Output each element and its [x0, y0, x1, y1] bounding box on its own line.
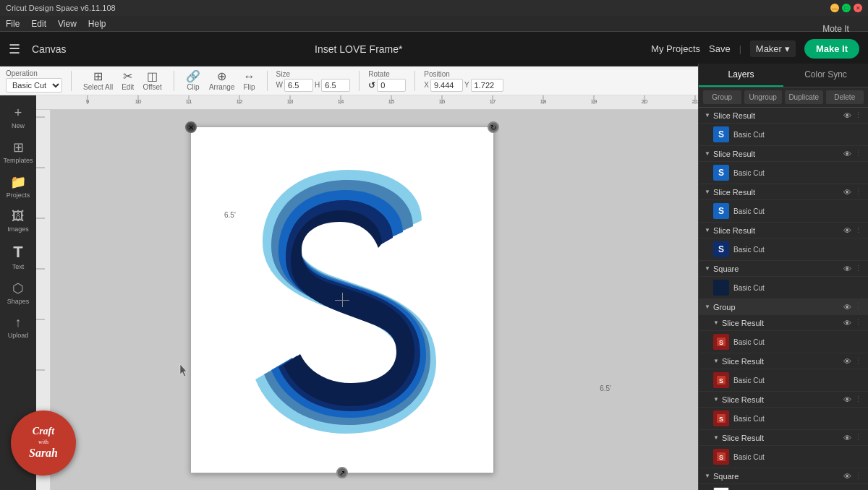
flip-button[interactable]: ↔ Flip	[240, 69, 258, 93]
ungroup-button[interactable]: Ungroup	[744, 90, 783, 104]
kebab-icon-group[interactable]: ⋮	[854, 302, 862, 311]
layer-group-slice-result-1[interactable]: ▼ Slice Result 👁 ⋮	[699, 108, 868, 124]
position-y-input[interactable]	[471, 79, 503, 92]
tab-layers[interactable]: Layers	[699, 64, 783, 87]
collapse-arrow-3: ▼	[705, 189, 710, 195]
offset-button[interactable]: ◫ Offset	[140, 68, 165, 93]
position-x-input[interactable]	[430, 79, 463, 92]
svg-text:16: 16	[439, 98, 446, 105]
visibility-icon-group[interactable]: 👁	[843, 303, 851, 311]
svg-text:13: 13	[287, 98, 294, 105]
svg-text:S: S	[719, 339, 723, 346]
minimize-button[interactable]: —	[830, 4, 839, 12]
maker-button[interactable]: Maker ▾	[750, 40, 796, 57]
handle-top-left[interactable]: ✕	[185, 121, 197, 133]
sidebar-item-images[interactable]: 🖼 Images	[0, 205, 36, 237]
kebab-icon-4[interactable]: ⋮	[854, 225, 862, 235]
app-header: ☰ Canvas Inset LOVE Frame* My Projects S…	[0, 32, 868, 66]
sidebar-item-projects[interactable]: 📁 Projects	[0, 170, 36, 203]
kebab-icon-sq-bottom[interactable]: ⋮	[854, 471, 862, 481]
menu-bar: File Edit View Help	[0, 16, 868, 32]
layer-subgroup-slice-4[interactable]: ▼ Slice Result 👁 ⋮	[699, 430, 868, 446]
visibility-icon-sub4[interactable]: 👁	[843, 434, 851, 442]
layer-subgroup-slice-3[interactable]: ▼ Slice Result 👁 ⋮	[699, 392, 868, 408]
sidebar-item-shapes[interactable]: ⬡ Shapes	[0, 276, 36, 309]
layer-group-slice-result-2[interactable]: ▼ Slice Result 👁 ⋮	[699, 146, 868, 162]
tab-color-sync[interactable]: Color Sync	[783, 64, 868, 87]
ruler-top: 9 10 11 12 13 14 15 16 17 18 19 20 21	[36, 95, 698, 110]
visibility-icon-sq-bottom[interactable]: 👁	[843, 472, 851, 481]
layer-item-sq[interactable]: Basic Cut	[699, 277, 868, 299]
visibility-icon-sub3[interactable]: 👁	[843, 395, 851, 404]
layer-item-sq-bottom[interactable]: Blank Canvas	[699, 484, 868, 490]
visibility-icon-sub2[interactable]: 👁	[843, 357, 851, 366]
layer-group-square[interactable]: ▼ Square 👁 ⋮	[699, 261, 868, 277]
images-icon: 🖼	[12, 209, 25, 224]
operation-label: Operation	[6, 69, 62, 78]
menu-file[interactable]: File	[6, 19, 20, 29]
sidebar-item-label: Shapes	[7, 298, 30, 305]
layer-group-group[interactable]: ▼ Group 👁 ⋮	[699, 299, 868, 315]
layer-item-4[interactable]: S Basic Cut	[699, 238, 868, 261]
canvas-content: ✕ ↻ ↗ 6.5' 6.5'	[51, 110, 698, 490]
kebab-icon-3[interactable]: ⋮	[854, 187, 862, 197]
layer-subgroup-slice-2[interactable]: ▼ Slice Result 👁 ⋮	[699, 353, 868, 369]
operation-group: Operation Basic Cut	[6, 69, 62, 93]
mote-it-area: Mote It	[804, 20, 868, 38]
layer-sub-item-2[interactable]: S Basic Cut	[699, 369, 868, 392]
rotate-input[interactable]	[377, 79, 406, 92]
edit-button[interactable]: ✂ Edit	[119, 68, 137, 93]
clip-button[interactable]: 🔗 Clip	[183, 68, 203, 93]
save-button[interactable]: Save	[709, 43, 731, 54]
size-w-input[interactable]	[284, 79, 313, 92]
select-all-button[interactable]: ⊞ Select All	[80, 68, 116, 93]
layer-thumb-4: S	[713, 241, 729, 257]
visibility-icon-1[interactable]: 👁	[843, 111, 851, 120]
layer-item-2[interactable]: S Basic Cut	[699, 162, 868, 184]
layer-subgroup-slice-1[interactable]: ▼ Slice Result 👁 ⋮	[699, 315, 868, 331]
menu-edit[interactable]: Edit	[31, 19, 46, 29]
layer-sub-item-3[interactable]: S Basic Cut	[699, 408, 868, 430]
hamburger-menu[interactable]: ☰	[9, 41, 20, 57]
new-icon: +	[14, 106, 22, 121]
maximize-button[interactable]: □	[842, 4, 851, 12]
visibility-icon-4[interactable]: 👁	[843, 226, 851, 235]
layer-group-slice-result-3[interactable]: ▼ Slice Result 👁 ⋮	[699, 184, 868, 200]
sidebar-item-label: Templates	[3, 157, 33, 164]
layer-group-slice-result-4[interactable]: ▼ Slice Result 👁 ⋮	[699, 223, 868, 238]
menu-view[interactable]: View	[58, 19, 77, 29]
kebab-icon-2[interactable]: ⋮	[854, 149, 862, 158]
kebab-icon-1[interactable]: ⋮	[854, 111, 862, 120]
sidebar-item-text[interactable]: T Text	[0, 238, 36, 275]
sidebar-item-label: Images	[7, 225, 29, 233]
visibility-icon-2[interactable]: 👁	[843, 150, 851, 158]
my-projects-button[interactable]: My Projects	[651, 43, 700, 54]
size-h-input[interactable]	[321, 79, 350, 92]
upload-icon: ↑	[15, 315, 22, 330]
svg-text:9: 9	[86, 98, 90, 105]
delete-button[interactable]: Delete	[826, 90, 864, 104]
group-button[interactable]: Group	[703, 90, 741, 104]
make-it-button[interactable]: Make It	[804, 39, 859, 59]
handle-top-right[interactable]: ↻	[488, 121, 499, 133]
kebab-icon-sq[interactable]: ⋮	[854, 264, 862, 273]
operation-select[interactable]: Basic Cut	[6, 78, 62, 93]
layer-item-1[interactable]: S Basic Cut	[699, 124, 868, 146]
visibility-icon-3[interactable]: 👁	[843, 188, 851, 197]
canvas-area[interactable]: ✕ ↻ ↗ 6.5' 6.5'	[51, 110, 698, 490]
svg-text:15: 15	[388, 98, 395, 105]
visibility-icon-sub1[interactable]: 👁	[843, 319, 851, 327]
sidebar-item-new[interactable]: + New	[0, 101, 36, 134]
sidebar-item-templates[interactable]: ⊞ Templates	[0, 135, 36, 168]
close-button[interactable]: ✕	[854, 4, 862, 12]
layer-item-3[interactable]: S Basic Cut	[699, 200, 868, 223]
duplicate-button[interactable]: Duplicate	[785, 90, 823, 104]
sidebar-item-upload[interactable]: ↑ Upload	[0, 311, 36, 343]
visibility-icon-sq[interactable]: 👁	[843, 265, 851, 273]
handle-bottom-center[interactable]: ↗	[336, 467, 348, 478]
menu-help[interactable]: Help	[88, 19, 106, 29]
layer-sub-item-4[interactable]: S Basic Cut	[699, 446, 868, 468]
layer-group-square-bottom[interactable]: ▼ Square 👁 ⋮	[699, 468, 868, 484]
arrange-button[interactable]: ⊕ Arrange	[206, 68, 238, 93]
layer-sub-item-1[interactable]: S Basic Cut	[699, 331, 868, 353]
